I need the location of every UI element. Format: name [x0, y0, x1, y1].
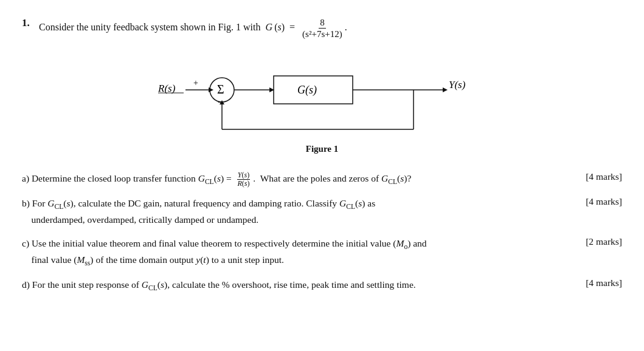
part-a-fraction: Y(s) R(s): [237, 171, 250, 188]
question-header: 1. Consider the unity feedback system sh…: [22, 17, 622, 39]
svg-text:Y(s): Y(s): [449, 79, 466, 90]
svg-marker-2: [209, 87, 213, 92]
part-d: d) For the unit step response of GCL(s),…: [22, 278, 622, 294]
svg-text:+: +: [193, 78, 198, 87]
part-b-marks: [4 marks]: [567, 196, 622, 207]
part-a-content: a) Determine the closed loop transfer fu…: [22, 171, 567, 188]
part-d-content: d) For the unit step response of GCL(s),…: [22, 278, 567, 294]
part-a-after: . What are the poles and zeros of GCL(s)…: [253, 173, 411, 183]
transfer-function: 8 (s²+7s+12): [301, 17, 344, 39]
part-a: a) Determine the closed loop transfer fu…: [22, 171, 622, 188]
svg-marker-12: [443, 87, 448, 92]
frac-num: Y(s): [237, 171, 250, 180]
svg-text:Σ: Σ: [217, 83, 224, 96]
part-a-marks: [4 marks]: [567, 171, 622, 182]
tf-numerator: 8: [319, 17, 326, 29]
tf-denominator: (s²+7s+12): [301, 29, 344, 39]
period: .: [345, 22, 347, 32]
part-b: b) For GCL(s), calculate the DC gain, na…: [22, 196, 622, 227]
part-d-label: d) For the unit step response of GCL(s),…: [22, 279, 416, 290]
part-a-GCL: GCL(s) =: [198, 173, 234, 183]
part-b-content: b) For GCL(s), calculate the DC gain, na…: [22, 196, 567, 227]
R-label: R(s): [158, 83, 176, 94]
part-c-label: c) Use the initial value theorem and fin…: [22, 238, 427, 265]
part-a-label: a): [22, 173, 32, 183]
part-c: c) Use the initial value theorem and fin…: [22, 236, 622, 269]
question-number: 1.: [22, 17, 35, 29]
question-intro: Consider the unity feedback system shown…: [39, 17, 347, 39]
diagram-area: R(s) + Σ − G(s) Y(s): [152, 50, 493, 141]
parts-container: a) Determine the closed loop transfer fu…: [22, 171, 622, 294]
block-diagram-svg: R(s) + Σ − G(s) Y(s): [152, 50, 493, 141]
part-c-marks: [2 marks]: [567, 236, 622, 247]
intro-text: Consider the unity feedback system shown…: [39, 22, 260, 32]
G-label: G (s): [265, 22, 285, 32]
part-c-content: c) Use the initial value theorem and fin…: [22, 236, 567, 269]
part-b-label: b) For GCL(s),: [22, 198, 76, 208]
equals-sign: =: [289, 22, 295, 32]
frac-den: R(s): [237, 180, 250, 188]
figure-label: Figure 1: [306, 144, 338, 154]
part-d-marks: [4 marks]: [567, 278, 622, 288]
block-diagram-container: R(s) + Σ − G(s) Y(s): [22, 50, 622, 165]
part-a-text: Determine the closed loop transfer funct…: [32, 173, 198, 183]
svg-text:G(s): G(s): [297, 84, 317, 97]
